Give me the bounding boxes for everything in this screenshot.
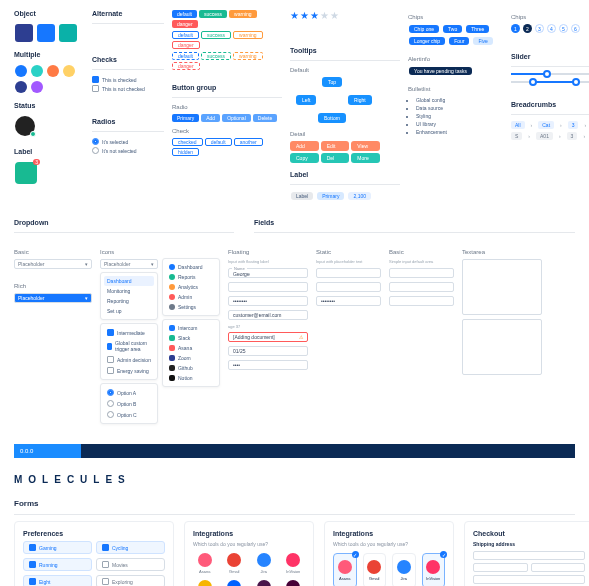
menu-item[interactable]: Notion bbox=[166, 373, 216, 383]
slider-range[interactable] bbox=[511, 81, 589, 83]
menu-item[interactable]: Dashboard bbox=[166, 262, 216, 272]
radio-item[interactable]: It's not selected bbox=[92, 147, 164, 154]
page-dot[interactable]: 2 bbox=[523, 24, 532, 33]
page-dot[interactable]: 3 bbox=[535, 24, 544, 33]
bg-item[interactable]: Add bbox=[201, 114, 220, 122]
detail-item[interactable]: Edit bbox=[321, 141, 350, 151]
chip[interactable]: Two bbox=[443, 25, 462, 33]
checkbox-item[interactable]: This is not checked bbox=[92, 85, 164, 92]
chip[interactable]: Four bbox=[449, 37, 469, 45]
avatar-sm[interactable] bbox=[47, 65, 59, 77]
rating[interactable]: ★★★★★ bbox=[290, 10, 400, 21]
input[interactable] bbox=[316, 268, 381, 278]
slider-handle-icon[interactable] bbox=[543, 70, 551, 78]
menu-item[interactable]: Option C bbox=[104, 409, 154, 420]
menu-item[interactable]: Admin decision bbox=[104, 354, 154, 365]
btn-danger[interactable]: danger bbox=[172, 20, 198, 28]
chip[interactable]: Three bbox=[466, 25, 489, 33]
btn-ghost-danger[interactable]: danger bbox=[172, 41, 200, 49]
avatar-status[interactable] bbox=[15, 116, 35, 136]
bg-item[interactable]: Delete bbox=[253, 114, 277, 122]
input[interactable] bbox=[531, 563, 586, 572]
menu-item[interactable]: Slack bbox=[166, 333, 216, 343]
integration-item[interactable]: Jira bbox=[252, 553, 276, 574]
integration-item[interactable]: Sketch bbox=[193, 580, 217, 586]
select-rich[interactable]: Placeholder▾ bbox=[14, 293, 92, 303]
select[interactable]: Placeholder▾ bbox=[100, 259, 158, 269]
page-dot[interactable]: 4 bbox=[547, 24, 556, 33]
pref-option[interactable]: Gaming bbox=[23, 541, 92, 554]
detail-item[interactable]: Copy bbox=[290, 153, 319, 163]
menu-item[interactable]: Intermediate bbox=[104, 327, 154, 338]
input[interactable] bbox=[473, 575, 585, 584]
btn-dotted[interactable]: danger bbox=[172, 62, 200, 70]
pref-option[interactable]: Movies bbox=[96, 558, 165, 571]
input[interactable]: •••• bbox=[228, 360, 308, 370]
integration-item[interactable]: Asana bbox=[193, 553, 217, 574]
btn-default[interactable]: default bbox=[172, 10, 197, 18]
menu-item[interactable]: Analytics bbox=[166, 282, 216, 292]
page-dot[interactable]: 5 bbox=[559, 24, 568, 33]
page-dot[interactable]: 6 bbox=[571, 24, 580, 33]
integration-item[interactable]: Gmail bbox=[223, 553, 247, 574]
slider-handle-icon[interactable] bbox=[572, 78, 580, 86]
crumb[interactable]: All bbox=[511, 121, 525, 129]
bg-item[interactable]: Optional bbox=[222, 114, 251, 122]
avatar[interactable] bbox=[37, 24, 55, 42]
input[interactable] bbox=[316, 282, 381, 292]
input[interactable]: NameGeorge bbox=[228, 268, 308, 278]
chip[interactable]: Longer chip bbox=[409, 37, 445, 45]
detail-item[interactable]: Add bbox=[290, 141, 319, 151]
page-dot[interactable]: 1 bbox=[511, 24, 520, 33]
radio-item[interactable]: It's selected bbox=[92, 138, 164, 145]
avatar-label[interactable]: 3 bbox=[15, 162, 37, 184]
integration-item[interactable]: XD bbox=[282, 580, 306, 586]
menu-item[interactable]: Global custom trigger area bbox=[104, 338, 154, 354]
pref-option[interactable]: Exploring bbox=[96, 575, 165, 586]
select-basic[interactable]: Placeholder▾ bbox=[14, 259, 92, 269]
btn-ghost-success[interactable]: success bbox=[201, 31, 231, 39]
pref-option[interactable]: Running bbox=[23, 558, 92, 571]
chip[interactable]: Chip one bbox=[409, 25, 439, 33]
btn-success[interactable]: success bbox=[199, 10, 227, 18]
pref-option[interactable]: Eight bbox=[23, 575, 92, 586]
menu-item[interactable]: Reports bbox=[166, 272, 216, 282]
bg-item[interactable]: hidden bbox=[172, 148, 199, 156]
input[interactable] bbox=[389, 268, 454, 278]
textarea[interactable] bbox=[462, 259, 542, 315]
menu-item[interactable]: Intercom bbox=[166, 323, 216, 333]
avatar[interactable] bbox=[15, 24, 33, 42]
crumb[interactable]: 3 bbox=[567, 132, 578, 140]
integration-item[interactable]: Dropbox bbox=[223, 580, 247, 586]
bg-item[interactable]: another bbox=[234, 138, 263, 146]
menu-item[interactable]: Reporting bbox=[104, 296, 154, 306]
bg-item[interactable]: default bbox=[205, 138, 232, 146]
input[interactable]: •••••••• bbox=[228, 296, 308, 306]
input[interactable] bbox=[473, 563, 528, 572]
menu-item[interactable]: Settings bbox=[166, 302, 216, 312]
integration-box[interactable]: ✓Asana bbox=[333, 553, 357, 586]
avatar-sm[interactable] bbox=[63, 65, 75, 77]
detail-item[interactable]: More bbox=[351, 153, 380, 163]
menu-item[interactable]: Admin bbox=[166, 292, 216, 302]
avatar[interactable] bbox=[59, 24, 77, 42]
menu-item[interactable]: Option B bbox=[104, 398, 154, 409]
crumb[interactable]: Cat bbox=[538, 121, 554, 129]
menu-item[interactable]: Set up bbox=[104, 306, 154, 316]
menu-item[interactable]: Github bbox=[166, 363, 216, 373]
integration-box[interactable]: Gmail bbox=[363, 553, 387, 586]
pref-option[interactable]: Cycling bbox=[96, 541, 165, 554]
btn-dotted[interactable]: default bbox=[172, 52, 199, 60]
avatar-sm[interactable] bbox=[31, 81, 43, 93]
crumb[interactable]: S bbox=[511, 132, 522, 140]
checkbox-item[interactable]: This is checked bbox=[92, 76, 164, 83]
menu-item[interactable]: Zoom bbox=[166, 353, 216, 363]
input[interactable]: customer@email.com bbox=[228, 310, 308, 320]
alert-chip[interactable]: You have pending tasks bbox=[409, 67, 472, 75]
detail-item[interactable]: View bbox=[351, 141, 380, 151]
slider-single[interactable] bbox=[511, 73, 589, 75]
integration-box[interactable]: ✓InVision bbox=[422, 553, 446, 586]
btn-ghost-default[interactable]: default bbox=[172, 31, 199, 39]
bg-item[interactable]: Primary bbox=[172, 114, 199, 122]
avatar-sm[interactable] bbox=[15, 81, 27, 93]
